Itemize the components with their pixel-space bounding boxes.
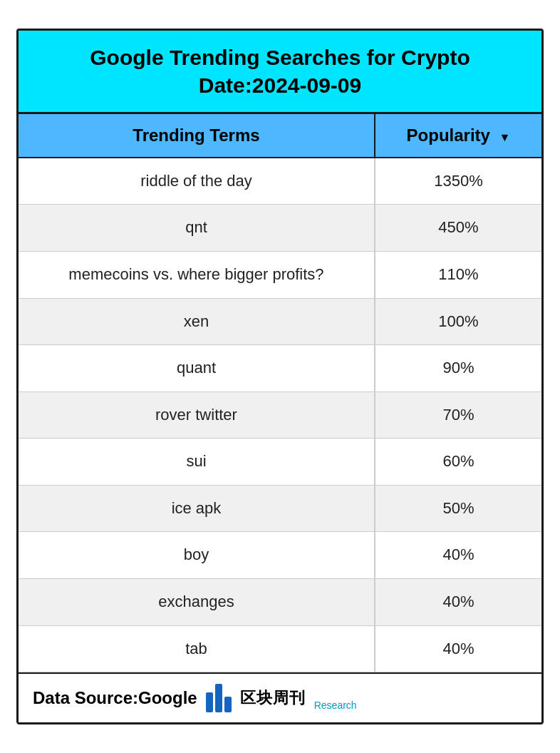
cell-popularity: 450% — [375, 205, 541, 252]
cell-popularity: 70% — [375, 391, 541, 439]
col-header-term: Trending Terms — [19, 114, 375, 158]
cell-term: qnt — [19, 205, 375, 252]
logo-research-text: Research — [314, 700, 357, 711]
cell-popularity: 60% — [375, 439, 541, 486]
page-footer: Data Source:Google 区块周刊 Research — [19, 672, 541, 722]
table-header-row: Trending Terms Popularity ▼ — [19, 114, 541, 158]
table-row: tab40% — [19, 625, 541, 672]
page-header: Google Trending Searches for Crypto Date… — [19, 31, 541, 114]
title-line2: Date:2024-09-09 — [199, 73, 361, 97]
table-wrapper: Trending Terms Popularity ▼ riddle of th… — [19, 114, 541, 673]
cell-popularity: 40% — [375, 532, 541, 579]
page-title: Google Trending Searches for Crypto Date… — [33, 43, 527, 99]
table-row: memecoins vs. where bigger profits?110% — [19, 251, 541, 298]
main-card: Google Trending Searches for Crypto Date… — [16, 29, 544, 725]
cell-term: boy — [19, 532, 375, 579]
cell-term: rover twitter — [19, 391, 375, 439]
cell-term: quant — [19, 345, 375, 392]
cell-popularity: 100% — [375, 298, 541, 345]
col-header-popularity[interactable]: Popularity ▼ — [375, 114, 541, 158]
logo-bar-2 — [215, 684, 222, 712]
cell-popularity: 110% — [375, 251, 541, 298]
table-row: ice apk50% — [19, 485, 541, 532]
cell-popularity: 50% — [375, 485, 541, 532]
logo-bar-3 — [224, 697, 232, 712]
trending-table: Trending Terms Popularity ▼ riddle of th… — [19, 114, 541, 673]
logo-bar-1 — [206, 692, 213, 712]
table-row: xen100% — [19, 298, 541, 345]
sort-arrow-icon: ▼ — [499, 131, 511, 144]
cell-term: riddle of the day — [19, 158, 375, 205]
cell-term: ice apk — [19, 485, 375, 532]
cell-term: memecoins vs. where bigger profits? — [19, 251, 375, 298]
table-row: sui60% — [19, 439, 541, 486]
table-row: boy40% — [19, 532, 541, 579]
table-row: exchanges40% — [19, 579, 541, 626]
logo-bars-icon — [206, 684, 232, 712]
table-row: rover twitter70% — [19, 391, 541, 439]
cell-term: tab — [19, 625, 375, 672]
logo-cn-text: 区块周刊 — [240, 687, 306, 709]
cell-term: sui — [19, 439, 375, 486]
title-line1: Google Trending Searches for Crypto — [90, 46, 470, 69]
cell-popularity: 40% — [375, 579, 541, 626]
table-row: quant90% — [19, 345, 541, 392]
cell-popularity: 1350% — [375, 158, 541, 205]
cell-popularity: 90% — [375, 345, 541, 392]
cell-popularity: 40% — [375, 625, 541, 672]
table-body: riddle of the day1350%qnt450%memecoins v… — [19, 158, 541, 672]
cell-term: xen — [19, 298, 375, 345]
table-row: riddle of the day1350% — [19, 158, 541, 205]
table-row: qnt450% — [19, 205, 541, 252]
cell-term: exchanges — [19, 579, 375, 626]
data-source-label: Data Source:Google — [33, 688, 197, 708]
